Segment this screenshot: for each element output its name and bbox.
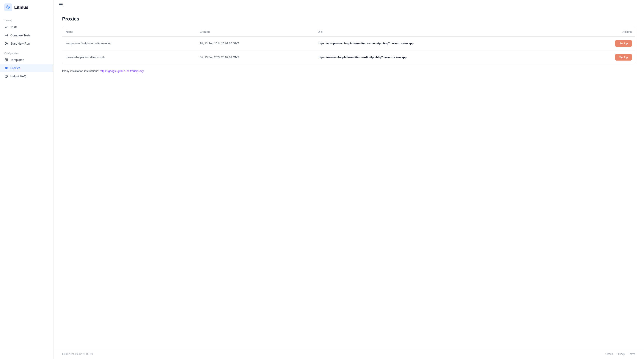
- svg-point-9: [6, 68, 7, 69]
- svg-rect-6: [6, 60, 8, 61]
- proxy-created-cell: Fri, 13 Sep 2024 20:07:36 GMT: [196, 37, 314, 50]
- sidebar-item-help-faq-label: Help & FAQ: [10, 74, 26, 78]
- proxy-created-cell: Fri, 13 Sep 2024 20:07:09 GMT: [196, 50, 314, 64]
- page-content: Proxies Name Created URI Actions europe-…: [54, 9, 644, 349]
- logo-area: Litmus: [0, 0, 53, 15]
- svg-point-11: [6, 77, 6, 77]
- proxy-actions-cell: Set Up: [576, 37, 635, 50]
- svg-rect-5: [5, 60, 6, 61]
- app-name: Litmus: [14, 5, 28, 10]
- install-link[interactable]: https://google.github.io/litmus/proxy: [100, 69, 144, 73]
- proxy-uri-cell: https://us-west4-aiplatform-litmus-xdih-…: [314, 50, 576, 64]
- sidebar-item-proxies[interactable]: Proxies: [0, 64, 53, 72]
- setup-button-0[interactable]: Set Up: [615, 40, 632, 47]
- proxy-actions-cell: Set Up: [576, 50, 635, 64]
- menu-toggle-button[interactable]: [59, 3, 62, 6]
- litmus-logo-icon: [4, 3, 12, 11]
- svg-rect-3: [5, 59, 6, 60]
- sidebar-item-proxies-label: Proxies: [10, 66, 20, 70]
- col-header-actions: Actions: [576, 27, 635, 37]
- proxy-name-cell: europe-west3-aiplatform-litmus-nben: [62, 37, 196, 50]
- proxy-uri-cell: https://europe-west3-aiplatform-litmus-n…: [314, 37, 576, 50]
- sidebar-item-start-new-run-label: Start New Run: [10, 42, 30, 45]
- table-row: europe-west3-aiplatform-litmus-nben Fri,…: [62, 37, 635, 50]
- grid-icon: [4, 58, 8, 62]
- col-header-created: Created: [196, 27, 314, 37]
- install-instructions: Proxy installation instructions: https:/…: [62, 69, 635, 73]
- svg-point-7: [5, 68, 6, 69]
- topbar: [54, 0, 644, 9]
- footer-link-terms[interactable]: Terms: [628, 353, 635, 356]
- sidebar-item-tests-label: Tests: [10, 25, 18, 29]
- build-info: build-2024-09-12-21-02-19: [62, 353, 93, 356]
- sidebar-item-help-faq[interactable]: Help & FAQ: [0, 72, 53, 80]
- setup-button-1[interactable]: Set Up: [615, 54, 632, 60]
- sidebar: Litmus Testing Tests Compare Tests Start…: [0, 0, 54, 359]
- sidebar-item-tests[interactable]: Tests: [0, 23, 53, 31]
- sidebar-section-configuration: Configuration Templates Proxies Help & F…: [0, 48, 53, 80]
- main-content: Proxies Name Created URI Actions europe-…: [54, 0, 644, 359]
- table-row: us-west4-aiplatform-litmus-xdih Fri, 13 …: [62, 50, 635, 64]
- play-icon: [4, 41, 8, 45]
- proxy-icon: [4, 66, 8, 70]
- help-icon: [4, 74, 8, 78]
- sidebar-item-templates[interactable]: Templates: [0, 56, 53, 64]
- col-header-name: Name: [62, 27, 196, 37]
- footer-link-privacy[interactable]: Privacy: [616, 353, 625, 356]
- table-header-row: Name Created URI Actions: [62, 27, 635, 37]
- svg-point-1: [8, 8, 9, 9]
- sidebar-item-start-new-run[interactable]: Start New Run: [0, 39, 53, 48]
- proxy-name-cell: us-west4-aiplatform-litmus-xdih: [62, 50, 196, 64]
- page-title: Proxies: [62, 16, 635, 22]
- footer-links: Github Privacy Terms: [606, 353, 635, 356]
- sidebar-item-templates-label: Templates: [10, 58, 24, 62]
- footer: build-2024-09-12-21-02-19 Github Privacy…: [54, 349, 644, 359]
- col-header-uri: URI: [314, 27, 576, 37]
- footer-link-github[interactable]: Github: [606, 353, 613, 356]
- configuration-section-label: Configuration: [0, 48, 53, 56]
- install-instructions-prefix: Proxy installation instructions:: [62, 69, 99, 73]
- testing-section-label: Testing: [0, 15, 53, 23]
- chart-icon: [4, 25, 8, 29]
- sidebar-item-compare-tests-label: Compare Tests: [10, 34, 31, 37]
- svg-rect-4: [6, 59, 8, 60]
- proxies-table: Name Created URI Actions europe-west3-ai…: [62, 27, 635, 64]
- sidebar-section-testing: Testing Tests Compare Tests Start New Ru…: [0, 15, 53, 48]
- svg-point-8: [6, 67, 7, 68]
- compare-icon: [4, 33, 8, 37]
- proxies-table-container: Name Created URI Actions europe-west3-ai…: [62, 27, 635, 64]
- sidebar-item-compare-tests[interactable]: Compare Tests: [0, 31, 53, 39]
